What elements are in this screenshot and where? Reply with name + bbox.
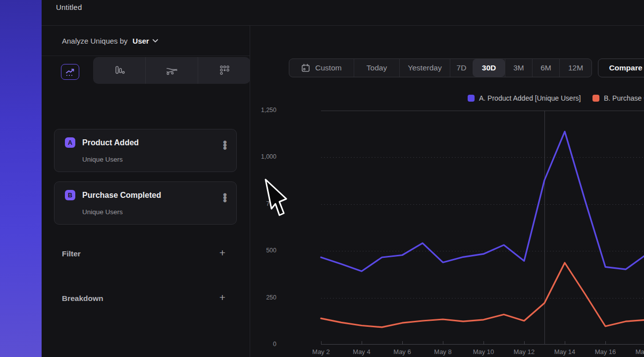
x-axis-tick-label: May 6 (384, 348, 420, 356)
line-chart-canvas[interactable] (321, 111, 644, 345)
tab-bar-chart[interactable] (93, 57, 145, 84)
mouse-cursor (265, 178, 289, 219)
grid-dots-icon (218, 64, 230, 76)
chart-type-tabs (42, 56, 250, 84)
metric-subtitle[interactable]: Unique Users (82, 156, 123, 163)
metric-badge-a: A (65, 137, 75, 148)
metric-card-product-added[interactable]: A Product Added Unique Users ●●● (54, 129, 237, 172)
query-sidebar: Analyze Uniques by User (42, 26, 250, 357)
add-breakdown-button[interactable]: + (217, 293, 228, 303)
legend-swatch-a (468, 95, 475, 102)
chart-type-tab-group (93, 57, 250, 84)
y-axis-tick-label: 0 (242, 341, 276, 348)
x-axis-tick-label: May 10 (466, 348, 501, 356)
x-axis-tick-label: May 2 (303, 348, 339, 356)
range-7d[interactable]: 7D (450, 59, 473, 77)
metric-title: Purchase Completed (82, 191, 161, 200)
breakdown-section-label: Breakdown (62, 294, 104, 303)
metric-title: Product Added (82, 138, 139, 147)
titlebar: Untitled (42, 0, 644, 26)
range-today[interactable]: Today (354, 59, 399, 77)
legend-item-b[interactable]: B. Purchase Completed [Unique Users] (592, 94, 644, 102)
line-chart-icon (65, 67, 76, 77)
range-12m[interactable]: 12M (559, 59, 591, 77)
app-window: Untitled Analyze Uniques by User (42, 0, 644, 357)
analyze-entity-dropdown[interactable]: User (133, 37, 149, 45)
calendar-icon (301, 63, 310, 72)
y-axis-tick-label: 1,250 (242, 107, 276, 114)
range-3m[interactable]: 3M (505, 59, 532, 77)
chevron-down-icon (153, 39, 158, 43)
metric-kebab-menu-icon[interactable]: ●●● (222, 140, 228, 149)
x-axis-tick-label: May 8 (425, 348, 461, 356)
metric-badge-b: B (65, 190, 75, 200)
y-axis-tick-label: 250 (242, 294, 276, 301)
metric-kebab-menu-icon[interactable]: ●●● (222, 193, 228, 202)
y-axis-tick-label: 500 (242, 247, 276, 254)
x-axis-tick-label: May 12 (506, 348, 542, 356)
metric-card-purchase-completed[interactable]: B Purchase Completed Unique Users ●●● (54, 181, 237, 225)
tab-grid[interactable] (198, 57, 250, 84)
compare-button[interactable]: Compare (598, 59, 644, 77)
analyze-row: Analyze Uniques by User (42, 26, 250, 56)
legend-label-b: B. Purchase Completed [Unique Users] (604, 94, 644, 102)
range-yesterday[interactable]: Yesterday (399, 59, 450, 77)
filter-section-label: Filter (62, 249, 81, 258)
analyze-label: Analyze Uniques by (62, 37, 128, 45)
x-axis-tick-label: May 14 (547, 348, 583, 356)
range-30d[interactable]: 30D (473, 59, 505, 77)
range-custom[interactable]: Custom (289, 59, 354, 77)
bar-chart-icon (113, 64, 125, 76)
desktop-background-gradient (0, 0, 42, 357)
x-axis-tick-label: May 16 (588, 348, 623, 356)
legend-swatch-b (592, 95, 599, 102)
x-axis-tick-label: May 4 (344, 348, 379, 356)
x-axis-tick-label: May 18 (628, 348, 644, 356)
flow-icon (165, 65, 178, 76)
date-range-control: CustomTodayYesterday7D30D3M6M12M (289, 59, 592, 77)
y-axis-tick-label: 1,000 (242, 153, 276, 160)
report-title[interactable]: Untitled (56, 3, 82, 11)
add-filter-button[interactable]: + (217, 248, 228, 259)
tab-flow[interactable] (145, 57, 198, 84)
legend-item-a[interactable]: A. Product Added [Unique Users] (468, 94, 581, 102)
tab-line-chart[interactable] (61, 64, 79, 80)
metric-subtitle[interactable]: Unique Users (82, 208, 123, 216)
legend-label-a: A. Product Added [Unique Users] (479, 94, 581, 102)
range-6m[interactable]: 6M (532, 59, 559, 77)
